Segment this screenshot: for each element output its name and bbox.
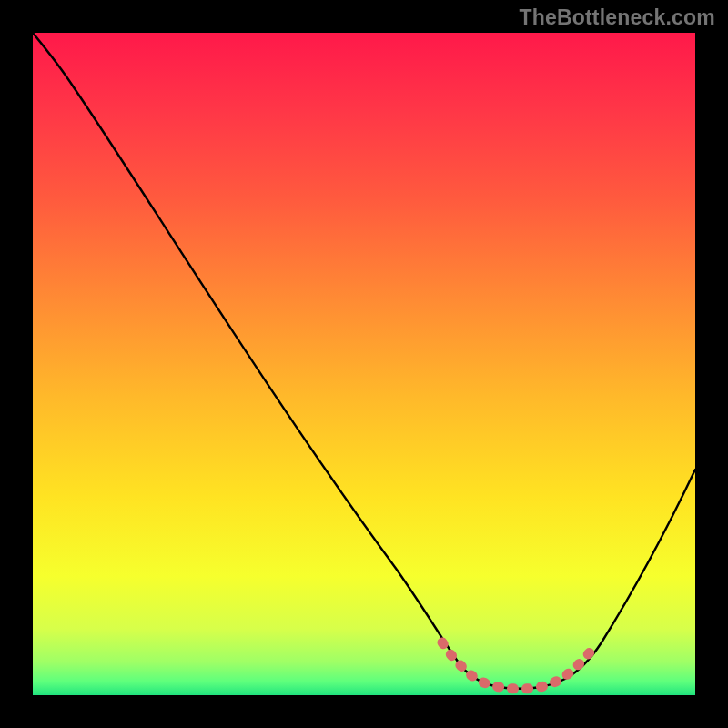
plot-area [33, 33, 695, 695]
chart-frame: TheBottleneck.com [0, 0, 728, 728]
optimal-range-highlight [33, 33, 695, 695]
watermark-text: TheBottleneck.com [519, 5, 715, 30]
